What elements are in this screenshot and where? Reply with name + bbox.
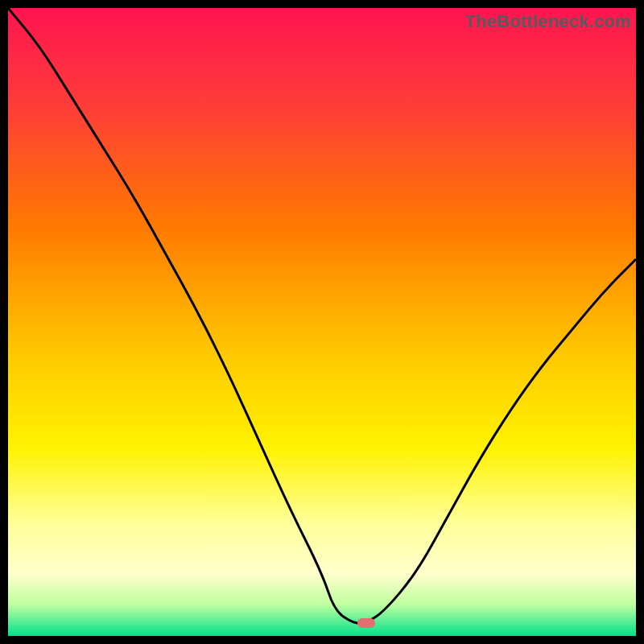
bottleneck-curve: [8, 8, 636, 636]
curve-path: [8, 8, 636, 623]
chart-frame: TheBottleneck.com: [0, 0, 644, 644]
chart-plot-area: TheBottleneck.com: [8, 8, 636, 636]
minimum-marker: [357, 618, 375, 628]
